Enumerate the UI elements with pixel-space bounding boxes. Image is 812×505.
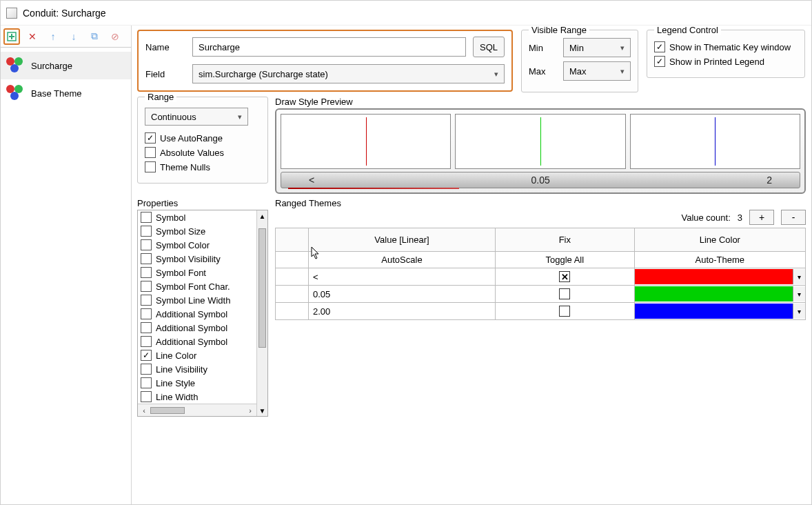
- preview-scale[interactable]: < 0.05 2: [281, 172, 800, 188]
- property-checkbox[interactable]: [141, 322, 152, 333]
- col-fix-header[interactable]: Fix: [496, 228, 635, 252]
- add-theme-button[interactable]: [3, 28, 20, 45]
- visible-range-group: Visible Range Min Min Max Max: [521, 30, 638, 92]
- property-item[interactable]: Line Visibility: [138, 362, 267, 376]
- add-range-button[interactable]: +: [749, 210, 774, 225]
- row-stub[interactable]: [276, 268, 309, 286]
- properties-title: Properties: [137, 198, 268, 208]
- field-combo[interactable]: sim.Surcharge (Surcharge state): [192, 64, 505, 83]
- absolute-values-label: Absolute Values: [160, 148, 224, 158]
- property-label: Symbol: [156, 212, 185, 223]
- table-row: < ▾: [276, 268, 806, 286]
- fix-checkbox[interactable]: [559, 306, 570, 317]
- scroll-handle[interactable]: [258, 228, 266, 348]
- property-item[interactable]: Symbol Size: [138, 224, 267, 238]
- property-item[interactable]: Symbol Font Char.: [138, 279, 267, 293]
- col-color-header[interactable]: Line Color: [634, 228, 805, 252]
- row-stub[interactable]: [276, 303, 309, 320]
- property-item[interactable]: Symbol Visibility: [138, 252, 267, 266]
- remove-range-button[interactable]: -: [781, 210, 806, 225]
- theme-nulls-checkbox[interactable]: [145, 161, 156, 172]
- property-checkbox[interactable]: [141, 267, 152, 278]
- theme-icon: [6, 83, 26, 103]
- row-value[interactable]: 2.00: [309, 303, 496, 320]
- theme-icon: [6, 56, 26, 75]
- property-item[interactable]: Line Style: [138, 376, 267, 390]
- property-item[interactable]: Symbol Color: [138, 238, 267, 252]
- property-label: Symbol Font Char.: [156, 281, 230, 292]
- property-checkbox[interactable]: [141, 281, 152, 292]
- theme-item-label: Surcharge: [31, 61, 72, 71]
- cancel-icon: ⊘: [111, 31, 119, 42]
- property-checkbox[interactable]: [141, 336, 152, 347]
- theme-item-base[interactable]: Base Theme: [1, 79, 131, 107]
- row-value[interactable]: 0.05: [309, 286, 496, 303]
- show-thematic-checkbox[interactable]: [654, 41, 665, 52]
- property-checkbox[interactable]: [141, 295, 152, 306]
- show-thematic-label: Show in Thematic Key window: [669, 42, 791, 52]
- sql-button[interactable]: SQL: [473, 37, 505, 57]
- theme-item-surcharge[interactable]: Surcharge: [1, 52, 131, 79]
- property-item[interactable]: Additional Symbol: [138, 321, 267, 335]
- hscroll-right[interactable]: ›: [244, 406, 256, 415]
- absolute-values-checkbox[interactable]: [145, 147, 156, 158]
- min-combo[interactable]: Min: [563, 38, 631, 57]
- move-up-button[interactable]: ↑: [45, 28, 61, 45]
- scroll-down-icon[interactable]: ▼: [257, 405, 267, 416]
- properties-items[interactable]: SymbolSymbol SizeSymbol ColorSymbol Visi…: [138, 210, 267, 404]
- color-dropdown[interactable]: ▾: [793, 286, 805, 301]
- property-item[interactable]: Additional Symbol: [138, 307, 267, 321]
- property-checkbox[interactable]: [141, 226, 152, 237]
- table-row: 0.05 ▾: [276, 286, 806, 303]
- property-checkbox[interactable]: [141, 364, 152, 375]
- titlebar: Conduit: Surcharge: [1, 1, 811, 26]
- property-item[interactable]: Additional Symbol: [138, 335, 267, 348]
- properties-list: SymbolSymbol SizeSymbol ColorSymbol Visi…: [137, 210, 268, 417]
- scroll-up-icon[interactable]: ▲: [257, 210, 267, 221]
- property-checkbox[interactable]: [141, 377, 152, 388]
- hscroll-left[interactable]: ‹: [138, 406, 150, 415]
- color-dropdown[interactable]: ▾: [793, 304, 805, 319]
- property-checkbox[interactable]: [141, 308, 152, 319]
- toggle-all-button[interactable]: Toggle All: [496, 252, 635, 268]
- property-checkbox[interactable]: [141, 239, 152, 250]
- row-stub[interactable]: [276, 286, 309, 303]
- fix-checkbox[interactable]: [559, 271, 570, 282]
- max-combo[interactable]: Max: [563, 61, 631, 81]
- row-value[interactable]: <: [309, 268, 496, 286]
- show-printed-checkbox[interactable]: [654, 56, 665, 67]
- property-label: Symbol Line Width: [156, 295, 230, 306]
- delete-theme-button[interactable]: ✕: [24, 28, 41, 45]
- property-checkbox[interactable]: [141, 212, 152, 223]
- color-swatch[interactable]: [635, 286, 793, 301]
- value-count: 3: [738, 212, 742, 223]
- color-swatch[interactable]: [635, 304, 793, 319]
- property-item[interactable]: Line Color: [138, 348, 267, 362]
- properties-vscroll[interactable]: ▲ ▼: [256, 210, 267, 416]
- auto-theme-button[interactable]: Auto-Theme: [634, 252, 805, 268]
- property-item[interactable]: Symbol Line Width: [138, 293, 267, 307]
- property-label: Additional Symbol: [156, 323, 227, 333]
- use-autorange-checkbox[interactable]: [145, 132, 156, 143]
- range-mode-combo[interactable]: Continuous: [145, 108, 248, 126]
- property-checkbox[interactable]: [141, 350, 152, 361]
- color-swatch[interactable]: [635, 269, 793, 284]
- property-checkbox[interactable]: [141, 391, 152, 402]
- move-down-button[interactable]: ↓: [65, 28, 82, 45]
- col-value-header[interactable]: Value [Linear]: [309, 228, 496, 252]
- color-dropdown[interactable]: ▾: [793, 269, 805, 284]
- name-input[interactable]: [192, 37, 466, 57]
- hscroll-handle[interactable]: [150, 407, 185, 414]
- visible-range-title: Visible Range: [529, 26, 589, 35]
- theme-list: Surcharge Base Theme: [1, 48, 131, 111]
- autoscale-button[interactable]: AutoScale: [309, 252, 496, 268]
- cancel-theme-button[interactable]: ⊘: [107, 28, 123, 45]
- copy-theme-button[interactable]: ⧉: [86, 28, 103, 45]
- range-mode-value: Continuous: [151, 112, 196, 122]
- fix-checkbox[interactable]: [559, 288, 570, 299]
- delete-icon: ✕: [28, 31, 37, 42]
- property-item[interactable]: Symbol Font: [138, 266, 267, 279]
- property-item[interactable]: Line Width: [138, 390, 267, 404]
- property-item[interactable]: Symbol: [138, 210, 267, 224]
- property-checkbox[interactable]: [141, 253, 152, 264]
